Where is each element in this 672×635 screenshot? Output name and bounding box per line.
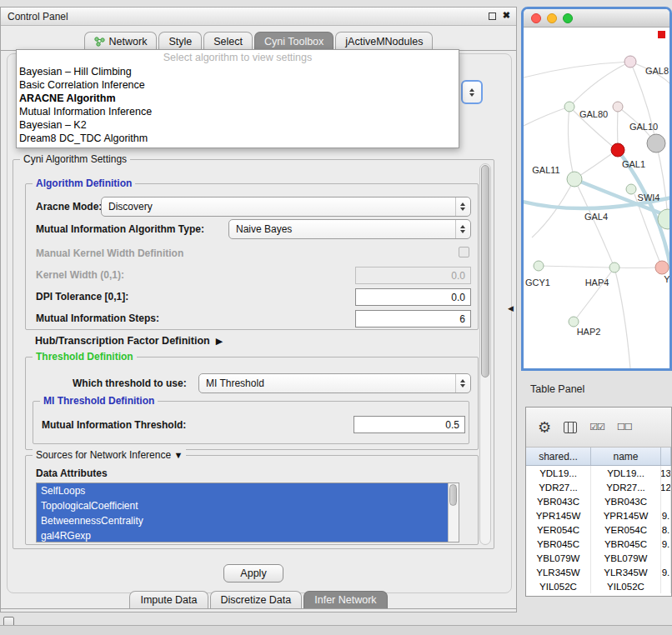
network-node[interactable] bbox=[611, 143, 624, 157]
scrollbar-thumb[interactable] bbox=[481, 165, 489, 378]
table-row[interactable]: YBL079WYBL079W bbox=[526, 551, 671, 565]
bottom-divider-bar bbox=[0, 625, 672, 635]
close-panel-icon[interactable]: ✖ bbox=[503, 10, 510, 21]
aracne-mode-combo[interactable]: Discovery bbox=[101, 197, 471, 217]
tab-label: jActiveMNodules bbox=[345, 36, 423, 48]
network-node-label: Y bbox=[664, 274, 669, 284]
panel-collapse-arrow[interactable]: ◀ bbox=[508, 304, 514, 312]
scrollbar-thumb[interactable] bbox=[449, 484, 457, 506]
network-node-label: GAL1 bbox=[622, 159, 645, 169]
which-threshold-combo[interactable]: MI Threshold bbox=[198, 373, 471, 393]
float-window-icon[interactable] bbox=[489, 12, 496, 20]
aracne-mode-label: Aracne Mode: bbox=[36, 201, 102, 212]
network-window-titlebar[interactable] bbox=[524, 9, 669, 28]
table-row[interactable]: YDL19...YDL19...13 bbox=[526, 466, 671, 480]
table-cell: YBR043C bbox=[526, 494, 591, 508]
hub-definition-expander[interactable]: Hub/Transcription Factor Definition ▶ bbox=[35, 335, 223, 347]
table-row[interactable]: YER054CYER054C8. bbox=[526, 522, 671, 537]
attribute-item[interactable]: TopologicalCoefficient bbox=[37, 498, 448, 513]
tab-infer-network[interactable]: Infer Network bbox=[303, 591, 387, 608]
kernel-width-label: Kernel Width (0,1): bbox=[36, 269, 124, 281]
data-attributes-list[interactable]: SelfLoopsTopologicalCoefficientBetweenne… bbox=[36, 482, 459, 542]
network-graph[interactable]: GAL8GAL80GAL10GAL11GAL1SWI4GAL4GCY1HAP4H… bbox=[524, 28, 669, 368]
gear-icon[interactable]: ⚙ bbox=[538, 420, 551, 435]
network-edge[interactable] bbox=[614, 268, 630, 368]
settings-group-title: Cyni Algorithm Settings bbox=[20, 153, 130, 165]
table-cell: YLR345W bbox=[526, 565, 591, 579]
network-node[interactable] bbox=[564, 102, 574, 112]
network-edge[interactable] bbox=[574, 268, 614, 322]
table-panel-title: Table Panel bbox=[530, 383, 584, 395]
network-edge[interactable] bbox=[569, 62, 630, 107]
table-cell: YBL079W bbox=[591, 551, 661, 565]
column-header[interactable]: shared... bbox=[526, 448, 591, 465]
mac-close-button[interactable] bbox=[531, 13, 541, 23]
tab-style[interactable]: Style bbox=[158, 32, 202, 50]
network-node[interactable] bbox=[609, 262, 619, 272]
network-node[interactable] bbox=[569, 317, 579, 327]
algorithm-option[interactable]: Basic Correlation Inference bbox=[17, 78, 459, 92]
tab-select[interactable]: Select bbox=[203, 32, 253, 50]
attribute-item[interactable]: gal4RGexp bbox=[37, 528, 448, 542]
algorithm-option[interactable]: Dream8 DC_TDC Algorithm bbox=[17, 132, 459, 145]
network-node[interactable] bbox=[647, 134, 665, 152]
table-row[interactable]: YBR045CYBR045C9. bbox=[526, 537, 671, 551]
network-edge[interactable] bbox=[524, 107, 569, 126]
network-edge[interactable] bbox=[524, 62, 630, 78]
deselect-all-icon[interactable]: ☐☐ bbox=[617, 422, 632, 432]
columns-icon[interactable] bbox=[564, 422, 577, 433]
kernel-width-input[interactable]: 0.0 bbox=[355, 267, 471, 284]
table-row[interactable]: YIL052CYIL052C bbox=[526, 579, 671, 593]
mac-zoom-button[interactable] bbox=[563, 13, 573, 23]
tab-discretize-data[interactable]: Discretize Data bbox=[210, 591, 303, 608]
network-node[interactable] bbox=[626, 184, 636, 194]
select-all-icon[interactable]: ☑☑ bbox=[589, 422, 604, 432]
algorithm-option[interactable]: Bayesian – K2 bbox=[17, 118, 459, 132]
tab-jactivemnodules[interactable]: jActiveMNodules bbox=[335, 32, 433, 50]
combo-stepper-icon bbox=[455, 198, 469, 216]
algorithm-option[interactable]: Mutual Information Inference bbox=[17, 105, 459, 118]
table-row[interactable]: YLR345WYLR345W9. bbox=[526, 565, 671, 579]
algorithm-select-combo[interactable] bbox=[461, 80, 483, 104]
network-edge[interactable] bbox=[656, 143, 668, 219]
algorithm-definition-title: Algorithm Definition bbox=[33, 178, 135, 189]
manual-kernel-checkbox[interactable] bbox=[459, 247, 469, 258]
table-row[interactable]: YPR145WYPR145W9. bbox=[526, 508, 671, 522]
table-row[interactable]: YBR043CYBR043C bbox=[526, 494, 671, 508]
network-canvas[interactable]: GAL8GAL80GAL10GAL11GAL1SWI4GAL4GCY1HAP4H… bbox=[524, 28, 669, 368]
algorithm-option[interactable]: Bayesian – Hill Climbing bbox=[17, 65, 459, 78]
algorithm-option[interactable]: ARACNE Algorithm bbox=[17, 92, 459, 105]
attribute-item[interactable]: BetweennessCentrality bbox=[37, 513, 448, 528]
network-edge[interactable] bbox=[539, 266, 609, 268]
network-edge[interactable] bbox=[614, 268, 655, 268]
table-cell: YLR345W bbox=[591, 565, 661, 579]
column-header[interactable] bbox=[661, 448, 671, 465]
mi-algorithm-type-combo[interactable]: Naive Bayes bbox=[228, 219, 471, 239]
selection-marker bbox=[658, 31, 665, 38]
tab-cyni-toolbox[interactable]: Cyni Toolbox bbox=[254, 32, 333, 50]
list-scrollbar[interactable] bbox=[448, 483, 459, 542]
settings-scrollbar[interactable] bbox=[479, 163, 491, 545]
table-cell: YPR145W bbox=[526, 508, 591, 522]
network-node[interactable] bbox=[655, 261, 669, 274]
network-node[interactable] bbox=[624, 56, 636, 68]
column-header[interactable]: name bbox=[591, 448, 661, 465]
network-icon bbox=[94, 37, 105, 47]
dpi-tolerance-input[interactable]: 0.0 bbox=[355, 288, 471, 306]
network-node[interactable] bbox=[613, 102, 623, 112]
mac-minimize-button[interactable] bbox=[547, 13, 557, 23]
network-node[interactable] bbox=[567, 172, 582, 187]
network-node-label: GAL11 bbox=[532, 165, 559, 175]
sources-title-text: Sources for Network Inference bbox=[36, 449, 171, 461]
table-row[interactable]: YDR27...YDR27...12 bbox=[526, 480, 671, 494]
sources-title[interactable]: Sources for Network Inference ▼ bbox=[33, 449, 186, 461]
mi-steps-input[interactable]: 6 bbox=[355, 310, 471, 328]
tab-network[interactable]: Network bbox=[84, 32, 158, 50]
mi-threshold-input[interactable]: 0.5 bbox=[354, 416, 465, 433]
attribute-item[interactable]: SelfLoops bbox=[37, 483, 448, 498]
network-node[interactable] bbox=[534, 261, 544, 271]
tab-impute-data[interactable]: Impute Data bbox=[129, 591, 208, 608]
network-edge[interactable] bbox=[568, 107, 574, 179]
apply-button[interactable]: Apply bbox=[223, 564, 283, 582]
table-cell: 9. bbox=[661, 508, 671, 522]
